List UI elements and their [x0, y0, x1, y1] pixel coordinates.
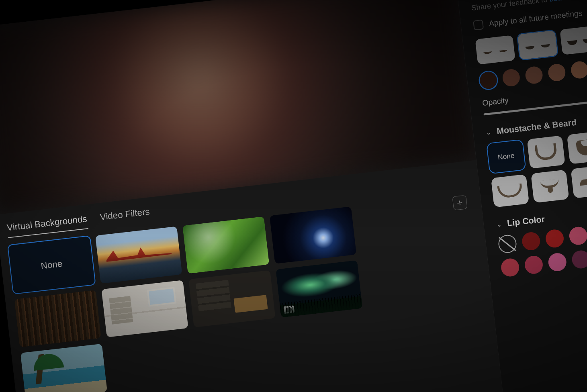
lip-color-swatch[interactable]: [571, 249, 587, 270]
background-thumb-room-light[interactable]: [101, 280, 188, 337]
color-swatch[interactable]: [524, 66, 543, 85]
lip-color-swatch[interactable]: [524, 255, 544, 275]
color-swatch[interactable]: [502, 68, 521, 87]
color-swatch[interactable]: [479, 71, 498, 90]
beard-goatee[interactable]: [527, 135, 565, 169]
lip-color-swatch[interactable]: [521, 231, 541, 251]
section-title-lip: Lip Color: [507, 214, 545, 228]
lip-color-none[interactable]: [497, 234, 517, 254]
chevron-down-icon: ⌄: [485, 128, 491, 137]
eyebrow-style-medium[interactable]: [517, 31, 558, 60]
moustache-classic[interactable]: [571, 165, 587, 198]
background-thumb-aurora[interactable]: [276, 260, 362, 318]
background-thumb-space[interactable]: [270, 206, 356, 264]
lip-color-swatch[interactable]: [500, 257, 520, 278]
background-thumb-beach[interactable]: [20, 344, 107, 392]
background-thumb-none[interactable]: None: [8, 236, 95, 294]
background-thumb-bridge[interactable]: [95, 226, 182, 284]
color-swatch[interactable]: [570, 61, 587, 80]
chevron-down-icon: ⌄: [496, 220, 502, 229]
eyebrow-style-thin[interactable]: [475, 35, 515, 65]
add-background-button[interactable]: ＋: [452, 195, 467, 210]
beard-soulpatch[interactable]: [491, 174, 529, 208]
main-panel: Virtual Backgrounds Video Filters ＋ None: [0, 0, 510, 392]
background-thumb-library[interactable]: [14, 290, 101, 347]
section-toggle-beard[interactable]: ⌄ Moustache & Beard: [485, 106, 587, 137]
background-thumb-grass[interactable]: [182, 216, 269, 274]
lip-color-swatch[interactable]: [547, 252, 567, 272]
feedback-email-link[interactable]: beta-feedback@zoom.us: [549, 0, 587, 3]
background-thumb-label: None: [8, 236, 95, 294]
color-swatch[interactable]: [547, 63, 566, 82]
lip-color-swatch[interactable]: [545, 229, 565, 249]
background-thumb-room-dark[interactable]: [188, 270, 275, 328]
video-indicator-icon: [283, 305, 295, 314]
beard-anchor[interactable]: [531, 170, 569, 203]
section-title-beard: Moustache & Beard: [496, 117, 577, 136]
beard-full[interactable]: [567, 131, 587, 164]
eyebrow-style-thick[interactable]: [560, 26, 587, 55]
apply-all-checkbox[interactable]: [473, 20, 484, 31]
apply-all-label: Apply to all future meetings: [489, 9, 583, 29]
lip-color-swatch[interactable]: [569, 226, 587, 246]
beard-none[interactable]: None: [487, 140, 525, 174]
